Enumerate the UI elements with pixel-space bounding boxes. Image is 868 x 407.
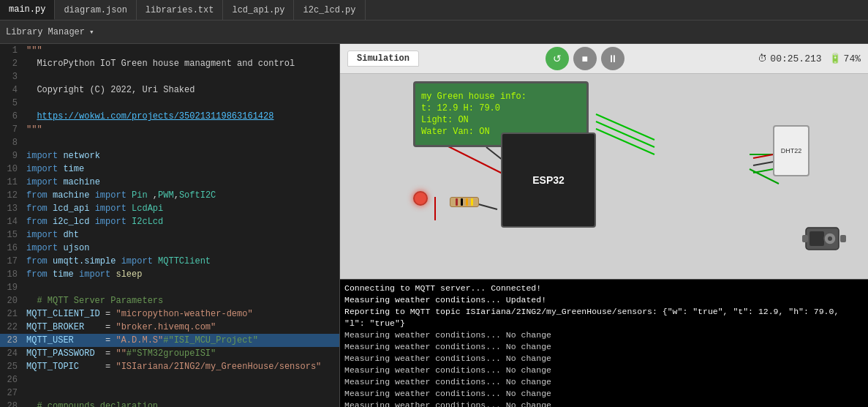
table-row: 11 import machine — [0, 176, 339, 189]
esp32-board: ESP32 — [501, 132, 596, 228]
main-area: 1 """ 2 MicroPython IoT Green house mana… — [0, 44, 868, 407]
table-row: 28 # compounds declaration — [0, 400, 339, 407]
svg-rect-14 — [809, 231, 824, 246]
simulation-tab[interactable]: Simulation — [347, 51, 419, 67]
svg-line-1 — [596, 122, 654, 147]
svg-line-0 — [596, 114, 654, 140]
console-line: Measuring weather conditions... No chang… — [344, 400, 864, 407]
table-row: 3 — [0, 70, 339, 83]
console-line: Measuring weather conditions... Updated! — [344, 294, 864, 306]
servo-motor — [802, 220, 846, 257]
tab-main-py[interactable]: main.py — [0, 0, 55, 20]
resistor-stripe-1 — [456, 198, 458, 206]
table-row: 18 from time import sleep — [0, 268, 339, 281]
table-row: 19 — [0, 281, 339, 294]
table-row: 21 MQTT_CLIENT_ID = "micropython-weather… — [0, 307, 339, 321]
table-row: 26 — [0, 373, 339, 387]
table-row: 5 — [0, 97, 339, 110]
dht22-label: DHT22 — [781, 147, 802, 154]
simulation-timer: ⏱ 00:25.213 🔋 74% — [758, 53, 861, 64]
table-row: 23 MQTT_USER = "A.D.M.S"#"ISI_MCU_Projec… — [0, 334, 339, 347]
timer-icon: ⏱ — [758, 53, 767, 64]
resistor-stripe-2 — [461, 198, 463, 206]
dropdown-icon[interactable]: ▾ — [89, 27, 94, 37]
table-row: 12 from machine import Pin ,PWM,SoftI2C — [0, 189, 339, 202]
restart-button[interactable]: ↺ — [546, 47, 569, 70]
tab-diagram-json[interactable]: diagram.json — [55, 0, 136, 20]
timer-value: 00:25.213 — [770, 53, 821, 64]
svg-rect-18 — [840, 235, 846, 242]
right-panel: Simulation ↺ ■ ⏸ ⏱ 00:25.213 🔋 74% — [340, 44, 868, 407]
table-row: 22 MQTT_BROKER = "broker.hivemq.com" — [0, 321, 339, 334]
svg-point-16 — [828, 236, 832, 241]
table-row: 6 https://wokwi.com/projects/35021311986… — [0, 110, 339, 123]
battery-pct: 74% — [844, 53, 861, 64]
led-component — [413, 191, 431, 213]
tab-i2c-lcd-py[interactable]: i2c_lcd.py — [294, 0, 365, 20]
table-row: 7 """ — [0, 123, 339, 136]
code-editor[interactable]: 1 """ 2 MicroPython IoT Green house mana… — [0, 44, 340, 407]
resistor — [450, 197, 479, 207]
resistor-stripe-4 — [471, 198, 473, 206]
table-row: 4 Copyright (C) 2022, Uri Shaked — [0, 83, 339, 97]
table-row: 27 — [0, 387, 339, 400]
table-row: 25 MQTT_TOPIC = "ISIariana/2ING2/my_Gree… — [0, 360, 339, 373]
servo-svg — [802, 220, 846, 257]
console-panel[interactable]: Connecting to MQTT server... Connected! … — [340, 279, 868, 407]
svg-line-2 — [596, 129, 654, 154]
stop-button[interactable]: ■ — [573, 47, 597, 70]
simulation-header: Simulation ↺ ■ ⏸ ⏱ 00:25.213 🔋 74% — [340, 44, 868, 74]
lcd-line-2: t: 12.9 H: 79.0 — [421, 103, 581, 113]
lcd-line-1: my Green house info: — [421, 92, 581, 102]
table-row: 9 import network — [0, 149, 339, 163]
dht22-sensor: DHT22 — [773, 125, 809, 176]
console-line: Reporting to MQTT topic ISIariana/2ING2/… — [344, 306, 864, 329]
simulation-canvas: my Green house info: t: 12.9 H: 79.0 Lig… — [340, 74, 868, 279]
resistor-stripe-3 — [466, 198, 468, 206]
svg-rect-17 — [802, 235, 808, 242]
console-line: Measuring weather conditions... No chang… — [344, 388, 864, 400]
table-row: 1 """ — [0, 44, 339, 57]
toolbar: Library Manager ▾ — [0, 20, 868, 44]
console-line: Connecting to MQTT server... Connected! — [344, 283, 864, 294]
table-row: 24 MQTT_PASSWORD = ""#"STM32groupeISI" — [0, 347, 339, 360]
table-row: 16 import ujson — [0, 242, 339, 255]
console-line: Measuring weather conditions... No chang… — [344, 329, 864, 341]
battery-icon: 🔋 — [829, 53, 841, 64]
tab-libraries-txt[interactable]: libraries.txt — [137, 0, 224, 20]
simulation-controls: ↺ ■ ⏸ — [546, 47, 624, 70]
tab-lcd-api-py[interactable]: lcd_api.py — [223, 0, 294, 20]
pause-button[interactable]: ⏸ — [601, 47, 624, 70]
esp32-label: ESP32 — [532, 174, 565, 186]
table-row: 20 # MQTT Server Parameters — [0, 294, 339, 307]
console-line: Measuring weather conditions... No chang… — [344, 341, 864, 353]
table-row: 13 from lcd_api import LcdApi — [0, 202, 339, 215]
table-row: 10 import time — [0, 163, 339, 176]
led-circle — [413, 191, 428, 206]
table-row: 17 from umqtt.simple import MQTTClient — [0, 255, 339, 268]
lcd-line-3: Light: ON — [421, 115, 581, 125]
tab-bar: main.py diagram.json libraries.txt lcd_a… — [0, 0, 868, 20]
table-row: 8 — [0, 136, 339, 149]
table-row: 14 from i2c_lcd import I2cLcd — [0, 215, 339, 228]
library-manager-label: Library Manager — [6, 27, 85, 37]
table-row: 2 MicroPython IoT Green house managment … — [0, 57, 339, 70]
console-line: Measuring weather conditions... No chang… — [344, 376, 864, 388]
table-row: 15 import dht — [0, 228, 339, 242]
console-line: Measuring weather conditions... No chang… — [344, 353, 864, 365]
console-line: Measuring weather conditions... No chang… — [344, 365, 864, 376]
